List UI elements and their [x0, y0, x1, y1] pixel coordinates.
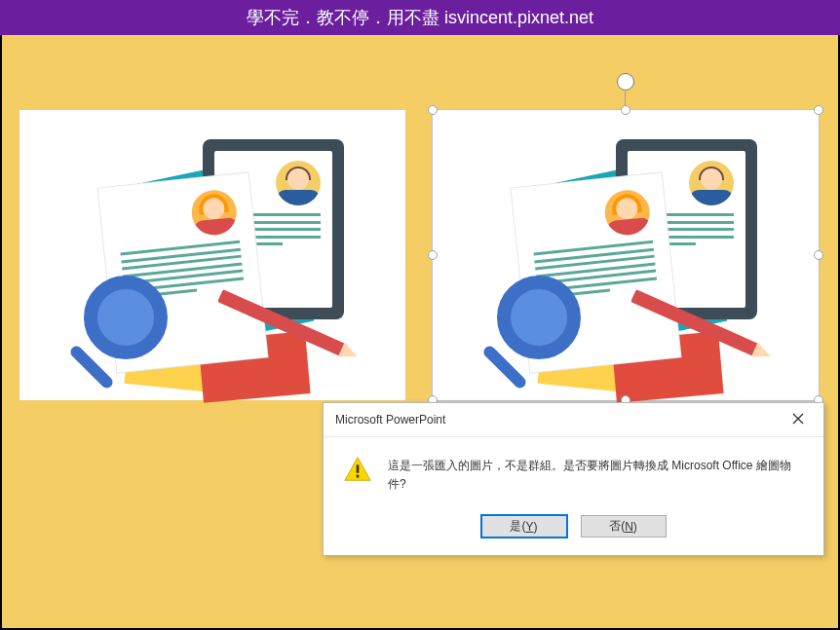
resize-handle-mr[interactable]	[814, 250, 823, 260]
resume-illustration	[433, 110, 819, 400]
resize-handle-tr[interactable]	[814, 105, 823, 115]
dialog-title: Microsoft PowerPoint	[335, 413, 445, 426]
close-button[interactable]	[783, 411, 814, 428]
resize-handle-tm[interactable]	[621, 105, 630, 115]
page-header: 學不完．教不停．用不盡 isvincent.pixnet.net	[0, 0, 840, 35]
resize-handle-ml[interactable]	[428, 250, 438, 260]
dialog-message: 這是一張匯入的圖片，不是群組。是否要將圖片轉換成 Microsoft Offic…	[388, 455, 804, 494]
resize-handle-tl[interactable]	[428, 105, 438, 115]
resume-illustration	[19, 110, 405, 400]
dialog-button-row: 是(Y) 否(N)	[324, 503, 823, 555]
dialog-titlebar[interactable]: Microsoft PowerPoint	[324, 403, 823, 437]
convert-image-dialog: Microsoft PowerPoint 這是一張匯入的圖片，不是群組。是否要將…	[323, 402, 824, 556]
rotate-handle-icon[interactable]	[617, 73, 634, 91]
image-left[interactable]	[19, 110, 405, 400]
dialog-body: 這是一張匯入的圖片，不是群組。是否要將圖片轉換成 Microsoft Offic…	[324, 437, 823, 503]
svg-rect-0	[357, 464, 360, 472]
close-icon	[792, 412, 804, 427]
yes-button[interactable]: 是(Y)	[481, 515, 567, 537]
no-button[interactable]: 否(N)	[581, 515, 667, 537]
header-title: 學不完．教不停．用不盡 isvincent.pixnet.net	[247, 8, 593, 27]
warning-icon	[343, 455, 372, 484]
svg-rect-1	[357, 475, 360, 478]
image-right-selected[interactable]	[433, 110, 819, 400]
